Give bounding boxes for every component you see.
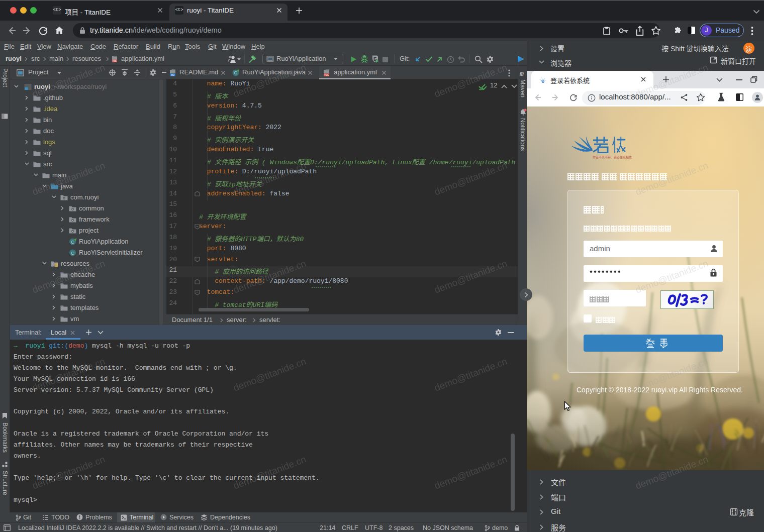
svg-text:YML: YML [112, 60, 117, 62]
svg-text:C: C [234, 70, 238, 75]
svg-text:C: C [71, 239, 74, 245]
svg-text:YML: YML [324, 74, 329, 76]
svg-text:C: C [71, 250, 74, 256]
svg-text:MD: MD [171, 74, 175, 76]
